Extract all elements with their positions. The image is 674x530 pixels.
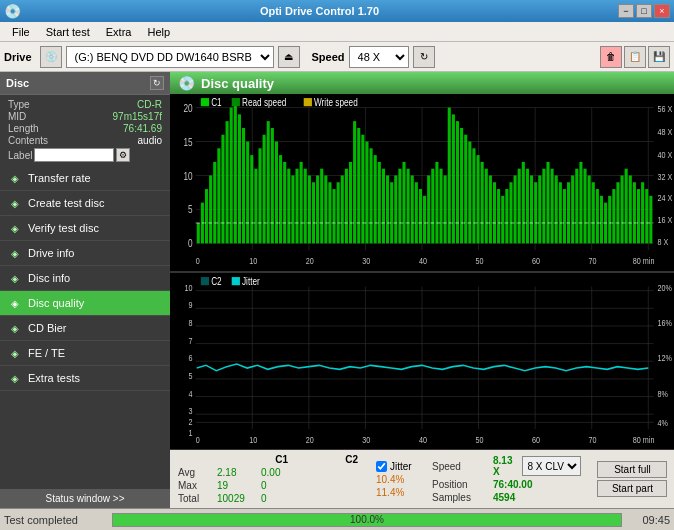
svg-rect-32 [271, 128, 274, 243]
svg-rect-50 [345, 169, 348, 244]
jitter-checkbox[interactable] [376, 461, 387, 472]
disc-label-row: Label ⚙ [8, 148, 162, 162]
svg-text:24 X: 24 X [658, 192, 673, 203]
disc-label-label: Label [8, 150, 32, 161]
svg-rect-124 [649, 196, 652, 244]
speed-select[interactable]: 48 X40 X32 X [349, 46, 409, 68]
menu-extra[interactable]: Extra [98, 24, 140, 40]
svg-rect-46 [328, 182, 331, 243]
disc-length-value: 76:41.69 [123, 123, 162, 134]
svg-text:Write speed: Write speed [314, 96, 358, 108]
svg-rect-60 [386, 175, 389, 243]
svg-rect-54 [361, 135, 364, 244]
svg-rect-121 [637, 189, 640, 243]
avg-label: Avg [178, 467, 213, 478]
svg-rect-99 [546, 162, 549, 243]
svg-text:10: 10 [249, 433, 257, 444]
content-area: 💿 Disc quality [170, 72, 674, 508]
action-buttons: Start full Start part [597, 461, 667, 497]
svg-text:0: 0 [188, 237, 193, 249]
svg-rect-80 [468, 142, 471, 244]
svg-rect-106 [575, 169, 578, 244]
svg-text:20%: 20% [658, 281, 673, 292]
svg-text:50: 50 [475, 433, 483, 444]
speed-combo-select[interactable]: 8 X CLV [522, 456, 581, 476]
disc-quality-icon: ◈ [8, 296, 22, 310]
menu-help[interactable]: Help [139, 24, 178, 40]
svg-rect-89 [505, 189, 508, 243]
refresh-button[interactable]: ↻ [413, 46, 435, 68]
start-part-button[interactable]: Start part [597, 480, 667, 497]
sidebar-item-fe-te-label: FE / TE [28, 347, 65, 359]
charts-area: 20 15 10 5 0 56 X 48 X 40 X 32 X 24 X 16… [170, 94, 674, 450]
svg-rect-90 [509, 182, 512, 243]
svg-rect-118 [625, 169, 628, 244]
sidebar-item-disc-info-label: Disc info [28, 272, 70, 284]
svg-rect-39 [300, 162, 303, 243]
menu-file[interactable]: File [4, 24, 38, 40]
sidebar-item-disc-info[interactable]: ◈ Disc info [0, 266, 170, 291]
svg-rect-73 [439, 169, 442, 244]
svg-rect-93 [522, 162, 525, 243]
svg-rect-53 [357, 128, 360, 243]
svg-text:70: 70 [589, 255, 597, 266]
svg-rect-104 [567, 182, 570, 243]
sidebar-item-transfer-rate[interactable]: ◈ Transfer rate [0, 166, 170, 191]
svg-rect-17 [209, 175, 212, 243]
svg-rect-85 [489, 175, 492, 243]
disc-refresh-button[interactable]: ↻ [150, 76, 164, 90]
svg-text:56 X: 56 X [658, 103, 673, 114]
sidebar-item-cd-bier[interactable]: ◈ CD Bier [0, 316, 170, 341]
sidebar-item-verify-test-disc[interactable]: ◈ Verify test disc [0, 216, 170, 241]
sidebar-item-drive-info[interactable]: ◈ Drive info [0, 241, 170, 266]
titlebar: 💿 Opti Drive Control 1.70 − □ × [0, 0, 674, 22]
disc-label-edit-button[interactable]: ⚙ [116, 148, 130, 162]
disc-mid-label: MID [8, 111, 26, 122]
svg-text:4: 4 [189, 387, 193, 398]
svg-rect-34 [279, 155, 282, 243]
svg-rect-43 [316, 175, 319, 243]
samples-label: Samples [432, 492, 487, 503]
svg-rect-123 [645, 189, 648, 243]
svg-text:Read speed: Read speed [242, 96, 286, 108]
svg-rect-197 [232, 277, 240, 285]
sidebar-item-create-test-disc[interactable]: ◈ Create test disc [0, 191, 170, 216]
status-window-button[interactable]: Status window >> [0, 489, 170, 508]
svg-rect-107 [579, 162, 582, 243]
chart1-svg: 20 15 10 5 0 56 X 48 X 40 X 32 X 24 X 16… [170, 94, 674, 271]
fe-te-icon: ◈ [8, 346, 22, 360]
minimize-button[interactable]: − [618, 4, 634, 18]
start-full-button[interactable]: Start full [597, 461, 667, 478]
svg-rect-48 [337, 182, 340, 243]
menu-start-test[interactable]: Start test [38, 24, 98, 40]
disc-label-input[interactable] [34, 148, 114, 162]
maximize-button[interactable]: □ [636, 4, 652, 18]
svg-rect-96 [534, 182, 537, 243]
copy-button[interactable]: 📋 [624, 46, 646, 68]
close-button[interactable]: × [654, 4, 670, 18]
sidebar-item-drive-info-label: Drive info [28, 247, 74, 259]
svg-text:C2: C2 [211, 275, 222, 287]
svg-text:2: 2 [189, 416, 193, 427]
stats-bar: C1 C2 Avg 2.18 0.00 Max 19 0 Total 10029… [170, 450, 674, 508]
eject-button[interactable]: ⏏ [278, 46, 300, 68]
svg-rect-25 [242, 128, 245, 243]
svg-text:12%: 12% [658, 352, 673, 363]
svg-rect-83 [481, 162, 484, 243]
verify-test-disc-icon: ◈ [8, 221, 22, 235]
erase-button[interactable]: 🗑 [600, 46, 622, 68]
sidebar-item-disc-quality[interactable]: ◈ Disc quality [0, 291, 170, 316]
svg-rect-84 [485, 169, 488, 244]
svg-rect-147 [201, 98, 209, 106]
drive-select[interactable]: (G:) BENQ DVD DD DW1640 BSRB [66, 46, 274, 68]
svg-rect-56 [370, 148, 373, 243]
disc-type-value: CD-R [137, 99, 162, 110]
sidebar-item-fe-te[interactable]: ◈ FE / TE [0, 341, 170, 366]
svg-rect-62 [394, 175, 397, 243]
max-label: Max [178, 480, 213, 491]
disc-info-panel: Type CD-R MID 97m15s17f Length 76:41.69 … [0, 95, 170, 166]
svg-rect-103 [563, 189, 566, 243]
position-value: 76:40.00 [493, 479, 532, 490]
sidebar-item-extra-tests[interactable]: ◈ Extra tests [0, 366, 170, 391]
save-button[interactable]: 💾 [648, 46, 670, 68]
